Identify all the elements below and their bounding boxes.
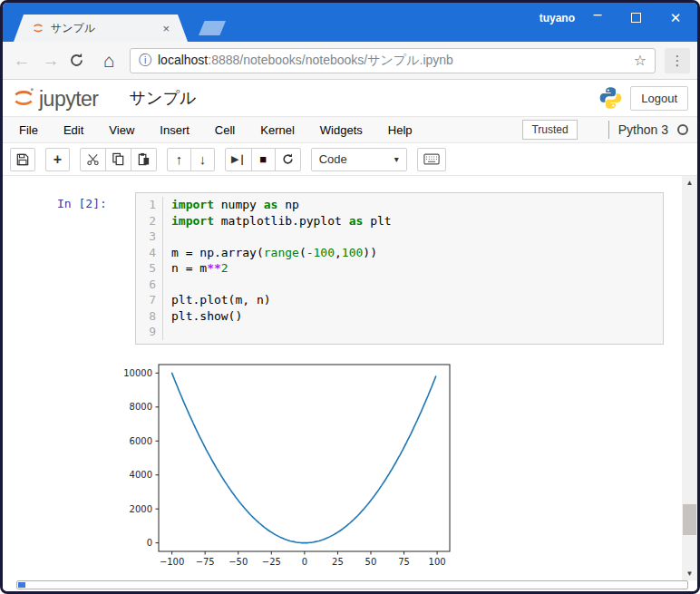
reload-icon[interactable] [68,52,92,69]
vertical-scrollbar-thumb[interactable] [683,504,696,535]
url-path: :8888/notebooks/notebooks/サンプル.ipynb [208,53,453,67]
line-number: 8 [136,308,156,325]
cell-type-value: Code [319,152,347,166]
kernel-status-icon [677,124,688,135]
stop-icon: ■ [259,152,267,166]
copy-cell-button[interactable] [105,148,131,171]
scroll-down-icon[interactable]: ▼ [682,570,697,578]
line-number: 3 [136,229,156,245]
keyboard-icon [423,153,440,165]
browser-menu-button[interactable]: ⋮ [665,48,690,73]
scissors-icon [86,152,100,166]
bookmark-star-icon[interactable]: ☆ [634,52,647,69]
back-icon[interactable]: ← [10,51,34,71]
add-cell-button[interactable]: + [45,148,70,171]
window-titlebar: サンプル × tuyano – ✕ [3,3,697,42]
menu-kernel[interactable]: Kernel [248,123,307,137]
browser-navbar: ← → ⌂ ⓘ localhost:8888/notebooks/noteboo… [3,42,697,80]
line-number: 9 [136,324,156,340]
kebab-menu-icon: ⋮ [671,53,685,69]
notebook-title[interactable]: サンプル [130,87,197,109]
tab-close-icon[interactable]: × [162,22,170,35]
notebook-toolbar: + [3,143,697,176]
jupyter-logo[interactable]: jupyter [12,86,99,110]
line-number: 5 [136,260,156,277]
dropdown-arrow-icon: ▾ [394,154,399,164]
paste-cell-button[interactable] [131,148,157,171]
run-cell-button[interactable]: ▶❘ [225,148,252,171]
site-info-icon[interactable]: ⓘ [139,53,151,69]
line-number: 6 [136,277,156,293]
horizontal-scrollbar-thumb[interactable] [18,582,25,588]
code-line: plt.show() [171,308,392,325]
menu-insert[interactable]: Insert [147,123,202,137]
home-icon[interactable]: ⌂ [97,50,121,72]
code-line: plt.plot(m, n) [171,292,392,308]
cut-cell-button[interactable] [80,148,106,171]
scroll-up-icon[interactable]: ▲ [682,179,697,187]
close-button[interactable]: ✕ [666,10,685,26]
menu-edit[interactable]: Edit [51,123,96,137]
browser-tab[interactable]: サンプル × [14,15,188,42]
paste-icon [137,152,151,166]
notebook-menubar: File Edit View Insert Cell Kernel Widget… [3,116,697,143]
browser-profile-name[interactable]: tuyano [540,12,575,24]
svg-text:10000: 10000 [123,367,152,377]
trusted-badge[interactable]: Trusted [522,120,577,140]
interrupt-kernel-button[interactable]: ■ [251,148,276,171]
new-tab-button[interactable] [199,21,226,35]
cell-type-dropdown[interactable]: Code ▾ [311,148,407,171]
line-number: 1 [136,197,156,213]
address-bar[interactable]: ⓘ localhost:8888/notebooks/notebooks/サンプ… [130,48,656,73]
url-text[interactable]: localhost:8888/notebooks/notebooks/サンプル.… [158,53,627,69]
save-icon [16,153,29,166]
svg-text:−50: −50 [228,557,248,567]
code-lines[interactable]: import numpy as npimport matplotlib.pypl… [163,197,392,340]
line-numbers: 123456789 [136,197,163,340]
arrow-down-icon: ↓ [199,151,207,167]
notebook-header: jupyter サンプル Logout [3,80,697,116]
svg-text:4000: 4000 [130,470,152,480]
menu-view[interactable]: View [96,123,147,137]
move-cell-down-button[interactable]: ↓ [190,148,215,171]
restart-kernel-button[interactable] [275,148,301,171]
copy-icon [112,152,125,166]
run-icon: ▶❘ [231,153,246,165]
svg-text:0: 0 [302,557,307,567]
move-cell-up-button[interactable]: ↑ [167,148,191,171]
save-button[interactable] [10,148,35,171]
minimize-button[interactable]: – [588,6,607,23]
vertical-scrollbar[interactable]: ▲ ▼ [682,176,697,580]
code-cell[interactable]: In [2]: 123456789 import numpy as npimpo… [57,192,664,345]
menu-file[interactable]: File [6,123,51,137]
svg-text:25: 25 [332,557,344,567]
python-logo-icon [598,84,623,112]
code-input-area[interactable]: 123456789 import numpy as npimport matpl… [135,192,664,345]
cell-output: −100−75−50−25025507510002000400060008000… [102,358,697,590]
restart-icon [281,152,295,166]
forward-icon[interactable]: → [39,51,63,71]
maximize-button[interactable] [627,13,645,23]
logout-button[interactable]: Logout [630,86,688,111]
url-host: localhost [158,53,208,67]
jupyter-logo-text: jupyter [39,89,99,110]
horizontal-scrollbar[interactable] [16,580,688,589]
kernel-separator [608,121,609,139]
input-prompt: In [2]: [57,192,135,345]
plus-icon: + [53,151,62,168]
jupyter-logo-icon [12,86,35,110]
svg-text:0: 0 [147,538,152,548]
svg-text:100: 100 [429,557,446,567]
menu-cell[interactable]: Cell [202,123,248,137]
svg-text:−25: −25 [262,557,281,567]
svg-text:50: 50 [365,557,377,567]
code-line [171,229,392,245]
command-palette-button[interactable] [417,148,446,171]
jupyter-favicon-icon [32,22,44,34]
line-number: 4 [136,245,156,261]
menu-widgets[interactable]: Widgets [307,123,375,137]
menu-help[interactable]: Help [375,123,425,137]
kernel-name: Python 3 [618,122,668,137]
notebook-body: In [2]: 123456789 import numpy as npimpo… [3,176,697,591]
svg-text:−75: −75 [196,557,215,567]
